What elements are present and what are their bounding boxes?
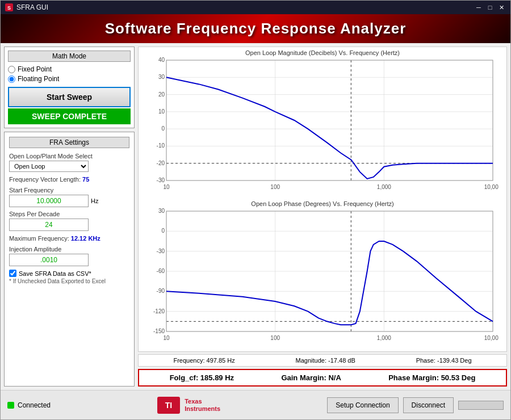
steps-row: Steps Per Decade [9,211,129,231]
ti-logo-area: TI Texas Instruments [157,397,220,414]
gain-margin-value: N/A [328,373,341,382]
phase-chart-title: Open Loop Phase (Degrees) Vs. Frequency … [141,200,504,207]
app-icon: S [5,3,13,11]
title-bar-left: S SFRA GUI [5,3,48,11]
magnitude-value: -17.48 dB [328,357,355,364]
window-title: SFRA GUI [16,3,48,11]
magnitude-chart-container: Open Loop Magnitude (Decibels) Vs. Frequ… [141,49,504,198]
right-panel: Open Loop Magnitude (Decibels) Vs. Frequ… [138,47,507,387]
ti-text: Texas Instruments [185,398,220,411]
folg-label: Folg_cf: [170,373,200,382]
gain-margin-metric: Gain Margin: N/A [281,373,341,382]
magnitude-chart-title: Open Loop Magnitude (Decibels) Vs. Frequ… [141,49,504,56]
mode-dropdown[interactable]: Open Loop Plant Mode [9,161,89,172]
magnitude-info: Magnitude: -17.48 dB [296,357,355,364]
mode-label: Open Loop/Plant Mode Select [9,153,129,159]
floating-point-radio[interactable] [8,75,15,83]
ti-line1: Texas [185,398,220,405]
fixed-point-label: Fixed Point [18,65,52,73]
freq-vector-row: Frequency Vector Length: 75 [9,175,129,183]
math-mode-box: Math Mode Fixed Point Floating Point Sta… [4,47,135,128]
start-freq-row: Start Frequency Hz [9,187,129,207]
main-window: S SFRA GUI ─ □ ✕ Software Frequency Resp… [0,0,511,420]
max-freq-label: Maximum Frequency: [9,235,71,242]
start-freq-label: Start Frequency [9,187,129,194]
title-bar-controls: ─ □ ✕ [474,3,506,12]
phase-info: Phase: -139.43 Deg [416,357,472,364]
maximize-button[interactable]: □ [485,3,495,12]
fra-settings-box: FRA Settings Open Loop/Plant Mode Select… [4,132,135,387]
close-button[interactable]: ✕ [497,3,506,12]
ti-logo-icon: TI [157,397,180,414]
freq-vector-value: 75 [82,176,89,183]
svg-text:TI: TI [165,401,172,410]
injection-label: Injection Amplitude [9,246,129,253]
steps-label: Steps Per Decade [9,211,129,217]
magnitude-label: Magnitude: [296,357,328,364]
disconnect-button[interactable]: Disconnect [403,397,454,413]
start-freq-input[interactable] [9,195,89,207]
svg-text:S: S [7,5,11,11]
charts-area: Open Loop Magnitude (Decibels) Vs. Frequ… [138,47,507,352]
injection-input[interactable] [9,254,89,266]
save-csv-label: Save SFRA Data as CSV* [19,270,91,277]
mode-select-row: Open Loop/Plant Mode Select Open Loop Pl… [9,153,129,172]
progress-bar [458,401,504,410]
freq-vector-label: Frequency Vector Length: [9,176,82,183]
connection-dot [7,402,14,409]
setup-connection-button[interactable]: Setup Connection [327,397,398,413]
sweep-complete-badge: SWEEP COMPLETE [8,108,131,124]
phase-margin-label: Phase Margin: [388,373,441,382]
connection-status: Connected [7,401,51,409]
header-banner: Software Frequency Response Analyzer [1,14,510,43]
start-freq-unit: Hz [91,198,98,204]
max-freq-value: 12.12 KHz [71,235,100,242]
phase-chart [141,208,499,346]
frequency-info: Frequency: 497.85 Hz [173,357,234,364]
math-mode-title: Math Mode [8,51,131,62]
floating-point-row: Floating Point [8,75,131,83]
floating-point-label: Floating Point [18,75,59,83]
footer: Connected TI Texas Instruments Setup Con… [1,390,510,419]
fixed-point-radio[interactable] [8,66,15,73]
fra-settings-title: FRA Settings [9,137,129,148]
phase-value: -139.43 Deg [437,357,472,364]
ti-line2: Instruments [185,405,220,412]
main-content: Math Mode Fixed Point Floating Point Sta… [1,43,510,390]
footer-buttons: Setup Connection Disconnect [327,397,504,413]
max-freq-row: Maximum Frequency: 12.12 KHz [9,234,129,242]
phase-margin-value: 50.53 Deg [441,373,476,382]
phase-margin-metric: Phase Margin: 50.53 Deg [388,373,475,382]
start-sweep-button[interactable]: Start Sweep [8,87,131,107]
steps-input[interactable] [9,219,89,231]
injection-row: Injection Amplitude [9,246,129,266]
gain-margin-label: Gain Margin: [281,373,328,382]
phase-label: Phase: [416,357,437,364]
frequency-label: Frequency: [173,357,206,364]
folg-metric: Folg_cf: 185.89 Hz [170,373,234,382]
metrics-bar: Folg_cf: 185.89 Hz Gain Margin: N/A Phas… [138,369,507,387]
app-title: Software Frequency Response Analyzer [1,20,510,37]
left-panel: Math Mode Fixed Point Floating Point Sta… [4,47,135,387]
connection-label: Connected [18,401,51,409]
frequency-value: 497.85 Hz [207,357,235,364]
title-bar: S SFRA GUI ─ □ ✕ [1,1,510,14]
save-csv-row: Save SFRA Data as CSV* [9,270,129,277]
csv-note: * If Unchecked Data Exported to Excel [9,278,129,284]
start-freq-input-row: Hz [9,195,129,207]
phase-chart-container: Open Loop Phase (Degrees) Vs. Frequency … [141,200,504,349]
fixed-point-row: Fixed Point [8,65,131,73]
folg-value: 185.89 Hz [200,373,234,382]
minimize-button[interactable]: ─ [474,3,483,12]
magnitude-chart [141,57,499,195]
cursor-info: Frequency: 497.85 Hz Magnitude: -17.48 d… [138,354,507,367]
save-csv-checkbox[interactable] [9,270,16,277]
